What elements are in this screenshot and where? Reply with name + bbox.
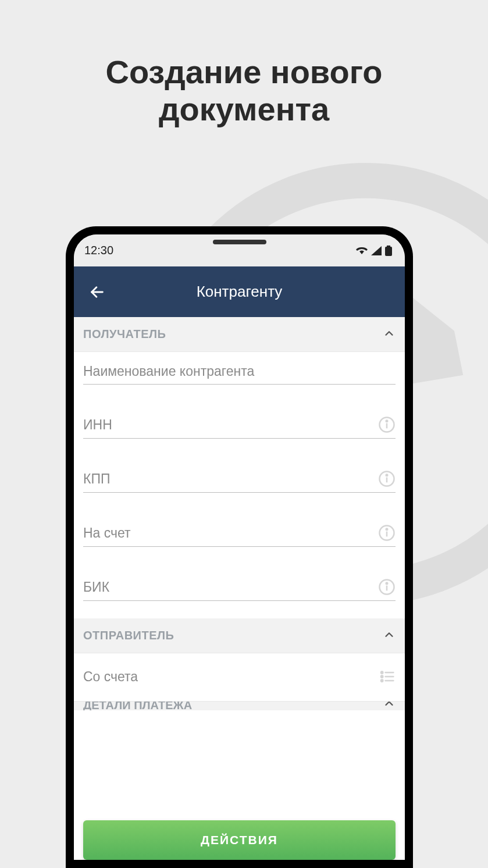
chevron-up-icon [383, 628, 396, 643]
back-button[interactable] [84, 279, 110, 305]
svg-point-18 [381, 675, 383, 678]
kpp-input[interactable] [83, 471, 371, 487]
page-title: Контрагенту [197, 283, 283, 301]
section-sender[interactable]: ОТПРАВИТЕЛЬ [74, 618, 405, 653]
arrow-left-icon [89, 284, 105, 300]
account-from-input[interactable] [83, 669, 372, 685]
section-details[interactable]: ДЕТАЛИ ПЛАТЕЖА [74, 701, 405, 710]
info-icon[interactable] [378, 578, 396, 596]
section-sender-label: ОТПРАВИТЕЛЬ [83, 629, 174, 642]
phone-speaker [213, 240, 266, 244]
info-icon[interactable] [378, 470, 396, 488]
inn-input[interactable] [83, 417, 371, 433]
svg-point-12 [386, 529, 388, 531]
info-icon[interactable] [378, 416, 396, 433]
svg-point-15 [386, 583, 388, 585]
list-icon[interactable] [379, 668, 396, 685]
svg-point-6 [386, 421, 388, 422]
chevron-up-icon [383, 701, 396, 710]
cellular-icon [371, 246, 382, 255]
svg-point-16 [381, 671, 383, 674]
sender-form [74, 653, 405, 701]
svg-point-20 [381, 680, 383, 682]
actions-button-label: ДЕЙСТВИЯ [201, 833, 278, 847]
app-header: Контрагенту [74, 266, 405, 317]
counterparty-name-input[interactable] [83, 364, 396, 379]
section-receiver-label: ПОЛУЧАТЕЛЬ [83, 328, 166, 341]
bik-input[interactable] [83, 579, 371, 595]
svg-rect-2 [385, 247, 392, 256]
status-time: 12:30 [84, 244, 113, 257]
account-to-input[interactable] [83, 525, 371, 541]
wifi-icon [356, 246, 368, 255]
svg-rect-1 [387, 246, 390, 247]
receiver-form [74, 352, 405, 618]
phone-frame: 12:30 Контрагенту ПОЛУЧАТЕЛЬ [66, 226, 413, 868]
battery-icon [385, 246, 392, 256]
actions-button[interactable]: ДЕЙСТВИЯ [83, 820, 396, 860]
section-receiver[interactable]: ПОЛУЧАТЕЛЬ [74, 317, 405, 352]
info-icon[interactable] [378, 524, 396, 542]
promo-heading: Создание новогодокумента [0, 54, 488, 129]
chevron-up-icon [383, 327, 396, 342]
section-details-label: ДЕТАЛИ ПЛАТЕЖА [83, 701, 192, 710]
svg-point-9 [386, 475, 388, 476]
